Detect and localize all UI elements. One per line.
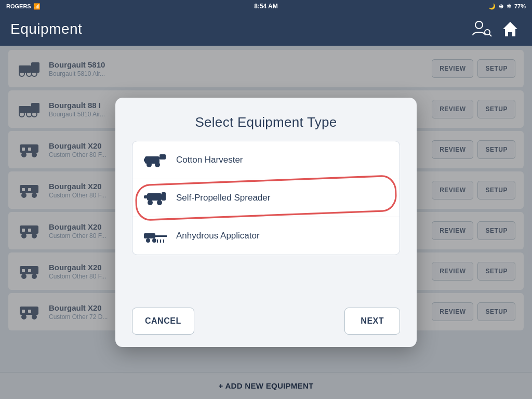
svg-point-1 [485, 30, 490, 35]
user-search-icon [471, 20, 491, 38]
svg-point-51 [146, 238, 150, 243]
cotton-icon-svg [144, 152, 167, 168]
page-title: Equipment [10, 21, 82, 37]
location-icon: ⊕ [499, 3, 503, 10]
svg-marker-3 [503, 22, 517, 36]
cancel-button[interactable]: CANCEL [132, 308, 194, 335]
type-item-cotton-harvester[interactable]: Cotton Harvester [132, 141, 400, 179]
status-right: 🌙 ⊕ ✲ 77% [488, 3, 526, 10]
svg-rect-45 [144, 195, 148, 198]
type-item-anhydrous-applicator[interactable]: Anhydrous Applicator [132, 217, 400, 255]
modal-body: Cotton Harvester [115, 141, 417, 299]
svg-rect-44 [147, 193, 162, 201]
svg-point-46 [148, 200, 153, 205]
svg-rect-49 [144, 233, 155, 238]
equipment-type-list: Cotton Harvester [132, 141, 400, 255]
svg-rect-48 [162, 192, 166, 201]
app-header: Equipment [0, 12, 532, 46]
cotton-harvester-icon [143, 151, 168, 169]
svg-rect-43 [144, 158, 147, 162]
home-icon [501, 20, 520, 38]
user-icon-button[interactable] [470, 18, 493, 41]
home-icon-button[interactable] [499, 18, 522, 41]
svg-point-52 [152, 238, 156, 243]
battery-label: 77% [514, 3, 526, 9]
modal-overlay: Select Equipment Type [0, 46, 532, 399]
next-button[interactable]: NEXT [344, 308, 400, 335]
anhydrous-applicator-label: Anhydrous Applicator [176, 231, 260, 241]
svg-point-41 [147, 162, 152, 167]
status-left: ROGERS 📶 [6, 3, 41, 10]
spreader-icon [143, 189, 168, 207]
anhydrous-icon-svg [144, 228, 167, 244]
carrier-label: ROGERS [6, 3, 31, 9]
cotton-harvester-label: Cotton Harvester [176, 155, 243, 165]
type-item-self-propelled-spreader[interactable]: Self-Propelled Spreader [132, 179, 400, 217]
bluetooth-icon: ✲ [507, 3, 511, 10]
moon-icon: 🌙 [488, 3, 496, 10]
select-equipment-modal: Select Equipment Type [115, 98, 417, 347]
modal-title: Select Equipment Type [132, 114, 400, 130]
svg-rect-50 [155, 235, 167, 237]
svg-point-47 [157, 200, 162, 205]
modal-header: Select Equipment Type [115, 98, 417, 141]
anhydrous-icon [143, 227, 168, 245]
svg-point-0 [475, 21, 483, 29]
status-time: 8:54 AM [254, 3, 278, 10]
wifi-icon: 📶 [33, 3, 41, 10]
status-bar: ROGERS 📶 8:54 AM 🌙 ⊕ ✲ 77% [0, 0, 532, 12]
header-icons [470, 18, 522, 41]
svg-rect-40 [159, 154, 166, 159]
svg-point-42 [155, 162, 160, 167]
spreader-icon-svg [144, 190, 167, 206]
svg-line-2 [489, 34, 491, 36]
self-propelled-spreader-label: Self-Propelled Spreader [176, 193, 270, 203]
modal-footer: CANCEL NEXT [115, 299, 417, 347]
main-content: Bourgault 5810 Bourgault 5810 Air... REV… [0, 46, 532, 399]
